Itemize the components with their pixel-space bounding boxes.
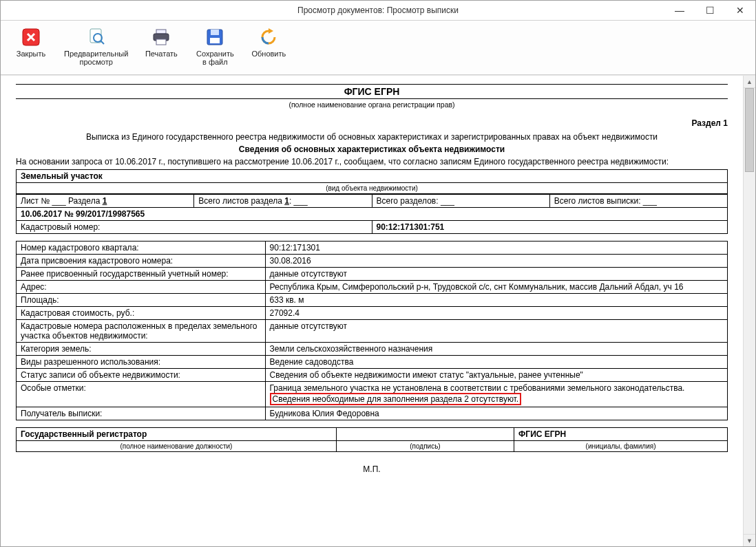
document-viewport[interactable]: ФГИС ЕГРН (полное наименование органа ре… bbox=[1, 76, 743, 546]
content-area: ФГИС ЕГРН (полное наименование органа ре… bbox=[1, 75, 755, 546]
row-label: Кадастровые номера расположенных в преде… bbox=[17, 320, 266, 343]
row-label: Площадь: bbox=[17, 294, 266, 307]
svg-rect-4 bbox=[156, 30, 166, 34]
row-label: Дата присвоения кадастрового номера: bbox=[17, 255, 266, 268]
heading-line1: Выписка из Единого государственного реес… bbox=[16, 132, 728, 142]
total-sheets-cell: Всего листов выписки: ___ bbox=[549, 195, 727, 208]
svg-rect-8 bbox=[211, 30, 219, 35]
row-label: Получатель выписки: bbox=[17, 407, 266, 420]
row-label: Ранее присвоенный государственный учетны… bbox=[17, 268, 266, 281]
registrar-label: Государственный регистратор bbox=[21, 429, 147, 439]
total-sections-cell: Всего разделов: ___ bbox=[372, 195, 549, 208]
titlebar: Просмотр документов: Просмотр выписки — … bbox=[1, 1, 755, 20]
window-title: Просмотр документов: Просмотр выписки bbox=[297, 6, 459, 15]
name-sub: (инициалы, фамилия) bbox=[514, 441, 728, 452]
window-controls: — ☐ ✕ bbox=[664, 1, 755, 20]
system-subtitle: (полное наименование органа регистрации … bbox=[16, 100, 728, 109]
row-value: Земли сельскохозяйственного назначения bbox=[265, 343, 727, 356]
sign-sub: (подпись) bbox=[336, 441, 514, 452]
row-value: Ведение садоводства bbox=[265, 356, 727, 369]
row-value: 27092.4 bbox=[265, 307, 727, 320]
notes-line1: Граница земельного участка не установлен… bbox=[270, 383, 723, 393]
preview-button[interactable]: Предварительныйпросмотр bbox=[59, 23, 134, 69]
object-kind-table: Земельный участок (вид объекта недвижимо… bbox=[16, 169, 728, 194]
button-label: Предварительныйпросмотр bbox=[64, 50, 128, 66]
table-row: Кадастровая стоимость, руб.:27092.4 bbox=[17, 307, 728, 320]
table-row: Дата присвоения кадастрового номера:30.0… bbox=[17, 255, 728, 268]
maximize-button[interactable]: ☐ bbox=[695, 1, 725, 20]
notes-line2-highlight: Сведения необходимые для заполнения разд… bbox=[270, 393, 522, 405]
table-row: Статус записи об объекте недвижимости:Св… bbox=[17, 369, 728, 382]
registrar-sub: (полное наименование должности) bbox=[17, 441, 337, 452]
row-value: Республика Крым, Симферопольский р-н, Тр… bbox=[265, 281, 727, 294]
scroll-thumb[interactable] bbox=[745, 88, 754, 172]
scroll-up-arrow[interactable]: ▲ bbox=[744, 76, 755, 88]
scroll-down-arrow[interactable]: ▼ bbox=[744, 534, 755, 546]
details-table: Номер кадастрового квартала:90:12:171301… bbox=[16, 241, 728, 420]
svg-rect-6 bbox=[156, 39, 166, 45]
document: ФГИС ЕГРН (полное наименование органа ре… bbox=[13, 84, 731, 474]
button-label: Печатать bbox=[145, 50, 178, 58]
minimize-button[interactable]: — bbox=[664, 1, 695, 20]
stamp-placeholder: М.П. bbox=[16, 464, 728, 474]
system-title: ФГИС ЕГРН bbox=[16, 86, 728, 97]
save-button[interactable]: Сохранитьв файл bbox=[189, 23, 241, 69]
table-row: Адрес:Республика Крым, Симферопольский р… bbox=[17, 281, 728, 294]
table-row: Площадь:633 кв. м bbox=[17, 294, 728, 307]
object-kind-sub: (вид объекта недвижимости) bbox=[17, 183, 728, 194]
row-value: 633 кв. м bbox=[265, 294, 727, 307]
printer-icon bbox=[150, 26, 172, 48]
row-label: Особые отметки: bbox=[17, 382, 266, 407]
button-label: Сохранитьв файл bbox=[196, 50, 234, 66]
row-value: Граница земельного участка не установлен… bbox=[265, 382, 727, 407]
table-row: Категория земель:Земли сельскохозяйствен… bbox=[17, 343, 728, 356]
table-row: Виды разрешенного использования:Ведение … bbox=[17, 356, 728, 369]
magnifier-document-icon bbox=[85, 26, 107, 48]
refresh-button[interactable]: Обновить bbox=[242, 23, 295, 61]
notes-row: Особые отметки:Граница земельного участк… bbox=[17, 382, 728, 407]
print-button[interactable]: Печатать bbox=[135, 23, 187, 61]
row-value: Будникова Юлия Федоровна bbox=[265, 407, 727, 420]
recipient-row: Получатель выписки:Будникова Юлия Федоро… bbox=[17, 407, 728, 420]
sheet-cell: Лист № ___ Раздела 1 bbox=[17, 195, 194, 208]
cadastral-value: 90:12:171301:751 bbox=[372, 221, 728, 234]
heading-line2: Сведения об основных характеристиках объ… bbox=[16, 144, 728, 154]
row-label: Номер кадастрового квартала: bbox=[17, 242, 266, 255]
button-label: Обновить bbox=[251, 50, 286, 58]
table-row: Кадастровые номера расположенных в преде… bbox=[17, 320, 728, 343]
close-icon bbox=[20, 26, 42, 48]
table-row: Ранее присвоенный государственный учетны… bbox=[17, 268, 728, 281]
signature-table: Государственный регистратор ФГИС ЕГРН (п… bbox=[16, 427, 728, 452]
vertical-scrollbar[interactable]: ▲ ▼ bbox=[743, 76, 755, 546]
button-label: Закрыть bbox=[17, 50, 45, 58]
section-label: Раздел 1 bbox=[16, 118, 728, 128]
refresh-icon bbox=[258, 26, 280, 48]
sheets-section-cell: Всего листов раздела 1: ___ bbox=[194, 195, 372, 208]
row-value: 90:12:171301 bbox=[265, 242, 727, 255]
row-label: Виды разрешенного использования: bbox=[17, 356, 266, 369]
row-label: Статус записи об объекте недвижимости: bbox=[17, 369, 266, 382]
app-window: Просмотр документов: Просмотр выписки — … bbox=[0, 0, 756, 547]
row-value: данные отсутствуют bbox=[265, 320, 727, 343]
row-value: 30.08.2016 bbox=[265, 255, 727, 268]
close-window-button[interactable]: ✕ bbox=[725, 1, 755, 20]
row-label: Адрес: bbox=[17, 281, 266, 294]
close-button[interactable]: Закрыть bbox=[5, 23, 57, 61]
registrar-system: ФГИС ЕГРН bbox=[518, 429, 566, 439]
row-label: Категория земель: bbox=[17, 343, 266, 356]
toolbar: Закрыть Предварительныйпросмотр Печатать… bbox=[1, 20, 755, 75]
basis-text: На основании запроса от 10.06.2017 г., п… bbox=[16, 157, 728, 167]
row-value: данные отсутствуют bbox=[265, 268, 727, 281]
table-row: Номер кадастрового квартала:90:12:171301 bbox=[17, 242, 728, 255]
object-kind: Земельный участок bbox=[17, 170, 728, 183]
meta-table: Лист № ___ Раздела 1 Всего листов раздел… bbox=[16, 194, 728, 234]
floppy-icon bbox=[204, 26, 226, 48]
svg-rect-9 bbox=[210, 38, 220, 43]
row-label: Кадастровая стоимость, руб.: bbox=[17, 307, 266, 320]
date-number: 10.06.2017 № 99/2017/19987565 bbox=[17, 208, 728, 221]
row-value: Сведения об объекте недвижимости имеют с… bbox=[265, 369, 727, 382]
cadastral-label: Кадастровый номер: bbox=[17, 221, 372, 234]
